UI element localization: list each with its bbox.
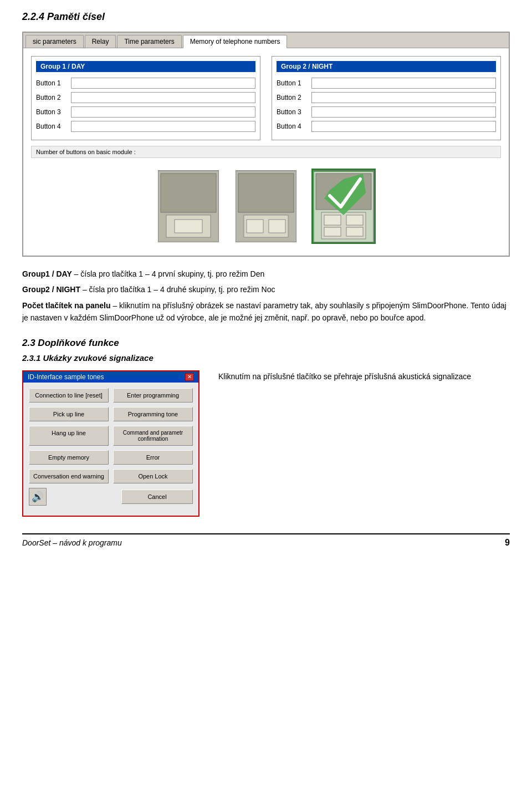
app-content: Group 1 / DAY Button 1 Button 2 Button 3…: [23, 48, 509, 256]
svg-rect-8: [269, 220, 285, 233]
command-confirmation-button[interactable]: Command and parametr confirmation: [113, 426, 193, 446]
cancel-button[interactable]: Cancel: [121, 490, 193, 504]
dialog-row3: Hang up line Command and parametr confir…: [29, 426, 193, 446]
dialog-row6: 🔊 Cancel: [29, 488, 193, 506]
dialog-window: ID-Interface sample tones ✕ Connection t…: [22, 370, 200, 517]
open-lock-button[interactable]: Open Lock: [113, 469, 193, 483]
dialog-close-button[interactable]: ✕: [185, 373, 194, 381]
body-line2: Group2 / NIGHT – čísla pro tlačítka 1 – …: [22, 283, 510, 295]
body-line3: Počet tlačítek na panelu – kliknutím na …: [22, 299, 510, 324]
page-title: 2.2.4 Paměti čísel: [22, 11, 510, 23]
hang-up-line-button[interactable]: Hang up line: [29, 426, 109, 446]
dialog-title: ID-Interface sample tones: [28, 373, 104, 381]
device-images: [31, 165, 501, 248]
group1-btn4-row: Button 4: [36, 121, 255, 132]
device-4btn[interactable]: [313, 170, 374, 242]
section-layout: ID-Interface sample tones ✕ Connection t…: [22, 370, 510, 517]
tab-time-parameters[interactable]: Time parameters: [117, 35, 181, 48]
device-2btn[interactable]: [236, 170, 296, 242]
side-description: Kliknutím na příslušné tlačítko se přehr…: [213, 370, 510, 383]
svg-rect-5: [238, 174, 294, 212]
footer: DoorSet – návod k programu 9: [22, 533, 510, 548]
svg-rect-3: [175, 220, 202, 233]
group2-header: Group 2 / NIGHT: [277, 61, 496, 72]
dialog-titlebar: ID-Interface sample tones ✕: [23, 371, 198, 383]
group2-btn1-input[interactable]: [311, 78, 496, 89]
group1-btn2-row: Button 2: [36, 92, 255, 103]
dialog-row4: Empty memory Error: [29, 450, 193, 465]
tab-memory-telephone[interactable]: Memory of telephone numbers: [183, 35, 288, 48]
group1-btn2-label: Button 2: [36, 94, 66, 101]
group1-btn2-input[interactable]: [71, 92, 255, 103]
footer-left: DoorSet – návod k programu: [22, 538, 122, 547]
group2-btn4-label: Button 4: [277, 123, 307, 130]
group2-btn2-input[interactable]: [311, 92, 496, 103]
group2-btn2-label: Button 2: [277, 94, 307, 101]
group1-btn4-label: Button 4: [36, 123, 66, 130]
group2-btn4-row: Button 4: [277, 121, 496, 132]
group2-btn3-row: Button 3: [277, 106, 496, 118]
svg-rect-1: [161, 174, 216, 212]
group1-btn1-row: Button 1: [36, 78, 255, 89]
group2-btn1-row: Button 1: [277, 78, 496, 89]
programming-tone-button[interactable]: Programming tone: [113, 407, 193, 421]
group1-btn3-label: Button 3: [36, 108, 66, 116]
button-count-label: Number of buttons on basic module :: [36, 149, 136, 155]
empty-memory-button[interactable]: Empty memory: [29, 450, 109, 465]
bottom-bar: Number of buttons on basic module :: [31, 146, 501, 158]
footer-page-number: 9: [505, 538, 510, 548]
group2-box: Group 2 / NIGHT Button 1 Button 2 Button…: [272, 56, 501, 140]
svg-rect-12: [324, 215, 341, 225]
group2-btn2-row: Button 2: [277, 92, 496, 103]
device-1btn[interactable]: [158, 170, 219, 242]
dialog-content: Connection to line [reset] Enter program…: [23, 383, 198, 516]
svg-rect-7: [247, 220, 263, 233]
section3-title: 2.3 Doplňkové funkce: [22, 338, 510, 349]
group1-btn4-input[interactable]: [71, 121, 255, 132]
conversation-end-warning-button[interactable]: Conversation end warning: [29, 469, 109, 483]
groups-container: Group 1 / DAY Button 1 Button 2 Button 3…: [31, 56, 501, 140]
svg-rect-15: [346, 227, 363, 236]
group1-box: Group 1 / DAY Button 1 Button 2 Button 3…: [31, 56, 260, 140]
group1-btn3-row: Button 3: [36, 106, 255, 118]
tab-basic-parameters[interactable]: sic parameters: [25, 35, 84, 48]
side-text-content: Kliknutím na příslušné tlačítko se přehr…: [218, 372, 471, 381]
body-line1: Group1 / DAY – čísla pro tlačítka 1 – 4 …: [22, 268, 510, 280]
group2-btn3-input[interactable]: [311, 106, 496, 118]
group1-header: Group 1 / DAY: [36, 61, 255, 72]
speaker-icon: 🔊: [29, 488, 47, 506]
connection-to-line-button[interactable]: Connection to line [reset]: [29, 388, 109, 402]
app-window: sic parameters Relay Time parameters Mem…: [22, 32, 510, 257]
section31-title: 2.3.1 Ukázky zvukové signalizace: [22, 353, 510, 363]
svg-rect-14: [324, 227, 341, 236]
group1-btn1-input[interactable]: [71, 78, 255, 89]
tab-bar: sic parameters Relay Time parameters Mem…: [23, 33, 509, 48]
body-text-block: Group1 / DAY – čísla pro tlačítka 1 – 4 …: [22, 268, 510, 324]
tab-relay[interactable]: Relay: [85, 35, 116, 48]
error-button[interactable]: Error: [113, 450, 193, 465]
group2-btn1-label: Button 1: [277, 79, 307, 87]
svg-rect-13: [346, 215, 363, 225]
group2-btn3-label: Button 3: [277, 108, 307, 116]
group1-btn1-label: Button 1: [36, 79, 66, 87]
dialog-row5: Conversation end warning Open Lock: [29, 469, 193, 483]
enter-programming-button[interactable]: Enter programming: [113, 388, 193, 402]
group1-btn3-input[interactable]: [71, 106, 255, 118]
pick-up-line-button[interactable]: Pick up line: [29, 407, 109, 421]
dialog-row1: Connection to line [reset] Enter program…: [29, 388, 193, 402]
dialog-row2: Pick up line Programming tone: [29, 407, 193, 421]
group2-btn4-input[interactable]: [311, 121, 496, 132]
